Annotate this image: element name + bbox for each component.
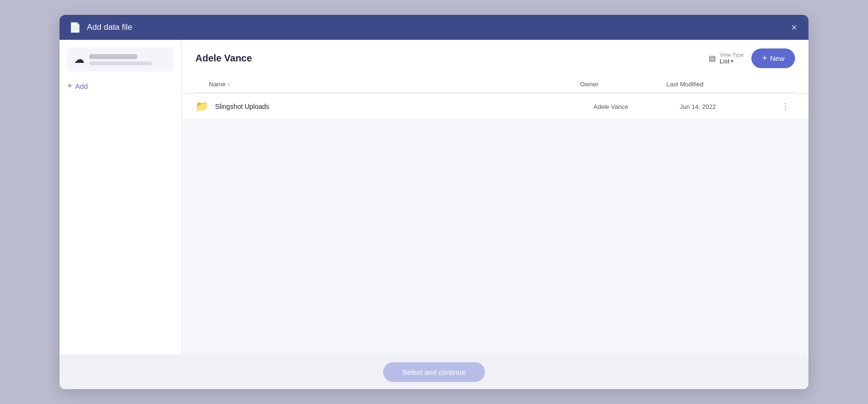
- close-button[interactable]: ×: [789, 21, 799, 34]
- sort-asc-icon: ↑: [228, 82, 230, 87]
- add-button[interactable]: + Add: [67, 79, 174, 93]
- new-button-label: New: [770, 54, 784, 62]
- chevron-down-icon: ▾: [731, 58, 734, 64]
- sidebar: ☁ + Add: [60, 40, 182, 355]
- modal-overlay: 📄 Add data file × ☁ + Add: [0, 0, 868, 404]
- file-modified: Jun 14, 2022: [680, 103, 776, 110]
- modal-footer: Select and continue: [60, 355, 808, 389]
- modal: 📄 Add data file × ☁ + Add: [60, 15, 808, 389]
- account-email-blur: [89, 61, 152, 65]
- upload-icon: 📄: [69, 22, 81, 33]
- list-view-icon: ▤: [709, 54, 716, 63]
- account-card[interactable]: ☁: [67, 48, 174, 71]
- main-header: Adele Vance ▤ View Type List ▾: [182, 40, 808, 94]
- folder-icon: 📁: [195, 100, 208, 113]
- more-options-button[interactable]: ⋮: [778, 100, 793, 113]
- account-info: [89, 54, 167, 65]
- cloud-icon: ☁: [74, 53, 84, 66]
- file-list: 📁 Slingshot Uploads Adele Vance Jun 14, …: [182, 94, 808, 355]
- main-header-top: Adele Vance ▤ View Type List ▾: [195, 48, 795, 68]
- name-col-label: Name: [209, 81, 226, 88]
- file-name: Slingshot Uploads: [215, 103, 593, 110]
- select-continue-button[interactable]: Select and continue: [383, 362, 485, 382]
- new-btn-plus-icon: +: [762, 53, 767, 63]
- col-name-header[interactable]: Name ↑: [209, 81, 580, 88]
- plus-icon: +: [67, 81, 72, 91]
- view-type-value: List: [720, 58, 729, 65]
- account-name-blur: [89, 54, 137, 59]
- table-row[interactable]: 📁 Slingshot Uploads Adele Vance Jun 14, …: [182, 94, 808, 120]
- breadcrumb-title: Adele Vance: [195, 53, 252, 64]
- modal-body: ☁ + Add Adele Vance: [60, 40, 808, 355]
- modal-header: 📄 Add data file ×: [60, 15, 808, 40]
- view-type-text: View Type List ▾: [720, 52, 744, 65]
- modal-title: Add data file: [87, 23, 789, 32]
- table-header: Name ↑ Owner Last Modified: [195, 76, 795, 93]
- view-type-button[interactable]: ▤ View Type List ▾: [709, 52, 744, 65]
- view-type-sub: List ▾: [720, 58, 744, 65]
- col-modified-header: Last Modified: [666, 81, 762, 88]
- new-button[interactable]: + New: [751, 48, 795, 68]
- file-menu: ⋮: [776, 100, 795, 113]
- file-owner: Adele Vance: [593, 103, 680, 110]
- main-content: Adele Vance ▤ View Type List ▾: [182, 40, 808, 355]
- header-actions: ▤ View Type List ▾ +: [709, 48, 795, 68]
- add-button-label: Add: [75, 82, 88, 90]
- view-type-label: View Type: [720, 52, 744, 58]
- col-owner-header: Owner: [580, 81, 666, 88]
